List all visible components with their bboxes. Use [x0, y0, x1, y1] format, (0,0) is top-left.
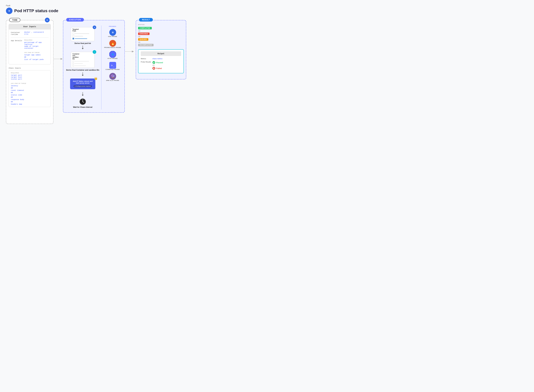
- passed-item: Passed: [152, 61, 163, 64]
- check-circle-icon: [152, 61, 155, 64]
- step2-label: Derive final Container and sandbox IDs: [66, 69, 99, 71]
- targeted-pods-card: ⎈ TargetedPods: [71, 27, 95, 41]
- svg-text:⎈: ⎈: [112, 30, 114, 34]
- result-or-text: OR: [152, 65, 163, 66]
- probes-label: PROBES: [103, 26, 122, 27]
- svg-text:⎈: ⎈: [94, 26, 95, 28]
- probe-results-row: Probe Results Passed OR: [141, 61, 181, 70]
- container-runtime-label: Container runtime: [11, 31, 24, 35]
- metrics-value: chaos metrics: [152, 58, 163, 60]
- probes-section: PROBES ⎈ K8S PROBE 🔥 PROMETHEUS PROBE: [101, 26, 122, 109]
- http-probe-name: HTTP PROBE: [108, 58, 118, 59]
- user-inputs-header: User Inputs: [9, 24, 51, 29]
- tune-section: TUNE ⎈ User Inputs Container runtime doc…: [6, 20, 53, 124]
- http-probe-icon: 🌐: [109, 51, 116, 58]
- probe-k8s: ⎈ K8S PROBE: [103, 29, 122, 37]
- user-inputs-box: User Inputs Container runtime docker , c…: [9, 24, 51, 64]
- exec-to-result-arrow: [125, 50, 134, 53]
- exec-arrow-2: [83, 72, 83, 76]
- container-sandbox-card: ⬡ ContainerandsandboxIDs: [71, 52, 95, 68]
- srm-probe-icon: 🔮: [109, 73, 116, 80]
- chaos-any-val3: status code: [11, 94, 49, 96]
- status-or1: OR: [138, 30, 184, 32]
- exec-arrow-3: [83, 92, 83, 96]
- svg-marker-27: [132, 51, 134, 52]
- chaos-req-val1: target port: [11, 74, 49, 76]
- chaos-any-val2: reset timeout: [11, 89, 49, 91]
- tune-to-exec-arrow: [53, 57, 63, 61]
- iptables-card: 👑 Add IP Tables ruleset and start proxy …: [70, 79, 95, 89]
- chaos-any-val1: latency: [11, 85, 49, 87]
- metrics-label: Metrics: [141, 58, 151, 60]
- cmd-probe-name: COMMAND PROBE: [106, 69, 120, 70]
- chaos-or4: OR: [11, 101, 49, 103]
- diagram: TUNE ⎈ User Inputs Container runtime doc…: [6, 20, 528, 124]
- app-details-row: App Details REQUIRED percentage of app r…: [11, 39, 49, 61]
- status-or2: OR: [138, 36, 184, 37]
- failed-text: Failed: [156, 67, 162, 70]
- status-or3: OR: [138, 42, 184, 43]
- status-section: STATUS COMPLETED OR ERRORED OR QUEUED OR…: [138, 24, 184, 47]
- app-req-val1: percentage of app replicas: [24, 42, 49, 45]
- output-header: Output: [141, 51, 181, 56]
- probe-srm: 🔮 SRM SLO PROBE: [103, 73, 122, 81]
- k8s-logo-icon: ⎈: [6, 8, 13, 14]
- chaos-req-val2: target host: [11, 76, 49, 78]
- exec-arrow-1: [83, 46, 83, 49]
- svg-point-28: [153, 61, 155, 64]
- wait-label: Wait for Chaos Interval: [73, 106, 92, 108]
- svg-text:⎈: ⎈: [8, 9, 10, 12]
- chaos-inputs-section: Chaos Inputs REQUIRED target port target…: [9, 67, 51, 107]
- tune-label: TUNE: [9, 18, 20, 22]
- svg-text:🔮: 🔮: [111, 74, 115, 78]
- svg-text:⎈: ⎈: [47, 19, 48, 21]
- svg-text:⬡: ⬡: [94, 51, 95, 53]
- passed-text: Passed: [156, 61, 163, 64]
- container-runtime-row: Container runtime docker , containerd cr…: [11, 31, 49, 35]
- badge-completed: COMPLETED: [138, 27, 152, 29]
- chaos-required-label: REQUIRED: [11, 72, 49, 74]
- failed-item: Failed: [152, 67, 163, 70]
- result-section: RESULT STATUS COMPLETED OR ERRORED OR QU…: [136, 20, 186, 79]
- svg-text:🌐: 🌐: [112, 53, 114, 56]
- exec-probes-container: EXECUTION ⎈ TargetedPods: [63, 20, 125, 113]
- app-any-val1: target app label: [24, 54, 49, 56]
- execution-steps: ⎈ TargetedPods: [66, 26, 100, 109]
- page-title: Pod HTTP status code: [14, 9, 58, 13]
- probe-prometheus: 🔥 PROMETHEUS PROBE: [103, 40, 122, 48]
- container-runtime-val2: crio: [24, 33, 49, 35]
- chaos-or3: OR: [11, 96, 49, 98]
- metrics-row: Metrics chaos metrics: [141, 58, 181, 60]
- chaos-inputs-label: Chaos Inputs: [9, 67, 51, 69]
- cmd-probe-icon: >_: [109, 62, 116, 69]
- chaos-any-val4: response body: [11, 98, 49, 100]
- targeted-pods-title: TargetedPods: [72, 28, 93, 32]
- svg-point-15: [82, 101, 83, 102]
- prometheus-probe-icon: 🔥: [109, 40, 116, 47]
- badge-errored: ERRORED: [138, 33, 150, 35]
- status-title: STATUS: [138, 24, 184, 25]
- app-required-label: REQUIRED: [24, 39, 49, 41]
- badge-queued: QUEUED: [138, 38, 148, 41]
- svg-text:👑: 👑: [94, 77, 97, 80]
- privilege-badge: ℹ Privilege access required: [74, 85, 92, 87]
- clock-icon: [80, 98, 86, 105]
- svg-marker-5: [61, 58, 63, 60]
- svg-text:>_: >_: [111, 64, 114, 67]
- probe-cmd: >_ COMMAND PROBE: [103, 62, 122, 70]
- app-or1: OR: [24, 56, 49, 58]
- app-any-val2: list of target pods: [24, 58, 49, 61]
- x-circle-icon: [152, 67, 155, 70]
- app-req-val2: name of target container: [24, 45, 49, 49]
- k8s-probe-icon: ⎈: [109, 29, 116, 36]
- k8s-probe-name: K8S PROBE: [108, 36, 117, 37]
- chaos-any-label: ANY ONE OF THESE: [11, 83, 49, 84]
- step1-label: Derive final pod list: [75, 42, 91, 44]
- tune-k8s-icon: ⎈: [45, 18, 50, 23]
- srm-probe-name: SRM SLO PROBE: [106, 80, 119, 81]
- fault-label: Fault: [6, 5, 528, 7]
- result-label: RESULT: [139, 18, 153, 22]
- probe-results-label: Probe Results: [141, 61, 151, 63]
- badge-incompleted: INCOMPLETED: [138, 44, 154, 46]
- chaos-req-val3: listen port: [11, 78, 49, 80]
